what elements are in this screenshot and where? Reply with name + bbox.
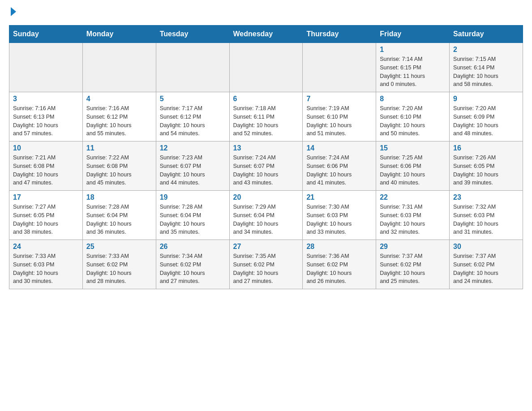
calendar-cell: 5Sunrise: 7:17 AM Sunset: 6:12 PM Daylig… (156, 92, 229, 141)
calendar-cell: 3Sunrise: 7:16 AM Sunset: 6:13 PM Daylig… (9, 92, 83, 141)
day-info: Sunrise: 7:28 AM Sunset: 6:04 PM Dayligh… (160, 203, 226, 236)
calendar-cell: 2Sunrise: 7:15 AM Sunset: 6:14 PM Daylig… (450, 43, 523, 92)
day-info: Sunrise: 7:19 AM Sunset: 6:10 PM Dayligh… (306, 104, 372, 138)
calendar-cell: 30Sunrise: 7:37 AM Sunset: 6:02 PM Dayli… (450, 240, 523, 289)
day-info: Sunrise: 7:28 AM Sunset: 6:04 PM Dayligh… (86, 203, 152, 236)
day-number: 24 (13, 243, 79, 251)
calendar-cell: 26Sunrise: 7:34 AM Sunset: 6:02 PM Dayli… (156, 240, 229, 289)
day-info: Sunrise: 7:37 AM Sunset: 6:02 PM Dayligh… (453, 252, 519, 286)
day-info: Sunrise: 7:30 AM Sunset: 6:03 PM Dayligh… (306, 203, 372, 236)
day-number: 22 (380, 193, 446, 201)
day-info: Sunrise: 7:31 AM Sunset: 6:03 PM Dayligh… (380, 203, 446, 236)
day-number: 19 (160, 193, 226, 201)
logo (9, 9, 16, 16)
calendar-cell: 9Sunrise: 7:20 AM Sunset: 6:09 PM Daylig… (450, 92, 523, 141)
day-number: 6 (233, 95, 299, 103)
day-number: 12 (160, 144, 226, 152)
day-number: 13 (233, 144, 299, 152)
day-info: Sunrise: 7:22 AM Sunset: 6:08 PM Dayligh… (86, 154, 152, 187)
calendar-cell (303, 43, 376, 92)
day-info: Sunrise: 7:33 AM Sunset: 6:02 PM Dayligh… (86, 252, 152, 286)
day-info: Sunrise: 7:21 AM Sunset: 6:08 PM Dayligh… (13, 154, 79, 187)
calendar-week-row: 1Sunrise: 7:14 AM Sunset: 6:15 PM Daylig… (9, 43, 523, 92)
day-info: Sunrise: 7:16 AM Sunset: 6:12 PM Dayligh… (86, 104, 152, 138)
day-number: 9 (453, 95, 519, 103)
calendar-cell (82, 43, 156, 92)
calendar-cell: 23Sunrise: 7:32 AM Sunset: 6:03 PM Dayli… (450, 191, 523, 240)
day-number: 2 (453, 46, 519, 54)
day-number: 21 (306, 193, 372, 201)
day-info: Sunrise: 7:24 AM Sunset: 6:06 PM Dayligh… (306, 154, 372, 187)
logo-triangle-icon (11, 7, 16, 16)
day-number: 4 (86, 95, 152, 103)
day-number: 28 (306, 243, 372, 251)
day-info: Sunrise: 7:24 AM Sunset: 6:07 PM Dayligh… (233, 154, 299, 187)
day-number: 20 (233, 193, 299, 201)
day-info: Sunrise: 7:35 AM Sunset: 6:02 PM Dayligh… (233, 252, 299, 286)
day-info: Sunrise: 7:37 AM Sunset: 6:02 PM Dayligh… (380, 252, 446, 286)
calendar-cell: 24Sunrise: 7:33 AM Sunset: 6:03 PM Dayli… (9, 240, 83, 289)
calendar-cell: 12Sunrise: 7:23 AM Sunset: 6:07 PM Dayli… (156, 141, 229, 191)
day-info: Sunrise: 7:34 AM Sunset: 6:02 PM Dayligh… (160, 252, 226, 286)
calendar-week-row: 10Sunrise: 7:21 AM Sunset: 6:08 PM Dayli… (9, 141, 523, 191)
day-number: 27 (233, 243, 299, 251)
calendar-cell: 4Sunrise: 7:16 AM Sunset: 6:12 PM Daylig… (82, 92, 156, 141)
calendar-cell: 27Sunrise: 7:35 AM Sunset: 6:02 PM Dayli… (229, 240, 303, 289)
calendar-cell: 11Sunrise: 7:22 AM Sunset: 6:08 PM Dayli… (82, 141, 156, 191)
day-info: Sunrise: 7:32 AM Sunset: 6:03 PM Dayligh… (453, 203, 519, 236)
day-info: Sunrise: 7:23 AM Sunset: 6:07 PM Dayligh… (160, 154, 226, 187)
day-number: 10 (13, 144, 79, 152)
day-info: Sunrise: 7:25 AM Sunset: 6:06 PM Dayligh… (380, 154, 446, 187)
day-number: 29 (380, 243, 446, 251)
calendar-cell (156, 43, 229, 92)
day-info: Sunrise: 7:26 AM Sunset: 6:05 PM Dayligh… (453, 154, 519, 187)
calendar-cell: 28Sunrise: 7:36 AM Sunset: 6:02 PM Dayli… (303, 240, 376, 289)
day-number: 8 (380, 95, 446, 103)
day-info: Sunrise: 7:17 AM Sunset: 6:12 PM Dayligh… (160, 104, 226, 138)
calendar-cell: 7Sunrise: 7:19 AM Sunset: 6:10 PM Daylig… (303, 92, 376, 141)
calendar-cell: 14Sunrise: 7:24 AM Sunset: 6:06 PM Dayli… (303, 141, 376, 191)
day-number: 3 (13, 95, 79, 103)
day-number: 5 (160, 95, 226, 103)
day-number: 16 (453, 144, 519, 152)
page-header (9, 9, 523, 16)
day-of-week-header: Sunday (9, 26, 83, 43)
day-of-week-header: Tuesday (156, 26, 229, 43)
calendar-cell: 15Sunrise: 7:25 AM Sunset: 6:06 PM Dayli… (376, 141, 450, 191)
day-of-week-header: Monday (82, 26, 156, 43)
day-number: 7 (306, 95, 372, 103)
day-of-week-header: Wednesday (229, 26, 303, 43)
day-number: 30 (453, 243, 519, 251)
day-number: 15 (380, 144, 446, 152)
calendar-week-row: 24Sunrise: 7:33 AM Sunset: 6:03 PM Dayli… (9, 240, 523, 289)
day-info: Sunrise: 7:18 AM Sunset: 6:11 PM Dayligh… (233, 104, 299, 138)
day-number: 25 (86, 243, 152, 251)
day-info: Sunrise: 7:33 AM Sunset: 6:03 PM Dayligh… (13, 252, 79, 286)
day-info: Sunrise: 7:20 AM Sunset: 6:09 PM Dayligh… (453, 104, 519, 138)
day-of-week-header: Friday (376, 26, 450, 43)
day-of-week-header: Thursday (303, 26, 376, 43)
calendar-cell: 13Sunrise: 7:24 AM Sunset: 6:07 PM Dayli… (229, 141, 303, 191)
calendar-cell: 25Sunrise: 7:33 AM Sunset: 6:02 PM Dayli… (82, 240, 156, 289)
calendar-cell (9, 43, 83, 92)
day-info: Sunrise: 7:27 AM Sunset: 6:05 PM Dayligh… (13, 203, 79, 236)
day-info: Sunrise: 7:14 AM Sunset: 6:15 PM Dayligh… (380, 55, 446, 89)
day-info: Sunrise: 7:15 AM Sunset: 6:14 PM Dayligh… (453, 55, 519, 89)
day-info: Sunrise: 7:29 AM Sunset: 6:04 PM Dayligh… (233, 203, 299, 236)
calendar-cell: 19Sunrise: 7:28 AM Sunset: 6:04 PM Dayli… (156, 191, 229, 240)
calendar-cell: 18Sunrise: 7:28 AM Sunset: 6:04 PM Dayli… (82, 191, 156, 240)
calendar-cell: 17Sunrise: 7:27 AM Sunset: 6:05 PM Dayli… (9, 191, 83, 240)
calendar-table: SundayMondayTuesdayWednesdayThursdayFrid… (9, 25, 523, 289)
calendar-cell: 16Sunrise: 7:26 AM Sunset: 6:05 PM Dayli… (450, 141, 523, 191)
calendar-week-row: 17Sunrise: 7:27 AM Sunset: 6:05 PM Dayli… (9, 191, 523, 240)
day-info: Sunrise: 7:16 AM Sunset: 6:13 PM Dayligh… (13, 104, 79, 138)
calendar-cell: 20Sunrise: 7:29 AM Sunset: 6:04 PM Dayli… (229, 191, 303, 240)
day-number: 26 (160, 243, 226, 251)
calendar-header-row: SundayMondayTuesdayWednesdayThursdayFrid… (9, 26, 523, 43)
calendar-cell: 1Sunrise: 7:14 AM Sunset: 6:15 PM Daylig… (376, 43, 450, 92)
day-of-week-header: Saturday (450, 26, 523, 43)
calendar-cell: 21Sunrise: 7:30 AM Sunset: 6:03 PM Dayli… (303, 191, 376, 240)
day-info: Sunrise: 7:20 AM Sunset: 6:10 PM Dayligh… (380, 104, 446, 138)
calendar-cell: 8Sunrise: 7:20 AM Sunset: 6:10 PM Daylig… (376, 92, 450, 141)
day-number: 11 (86, 144, 152, 152)
